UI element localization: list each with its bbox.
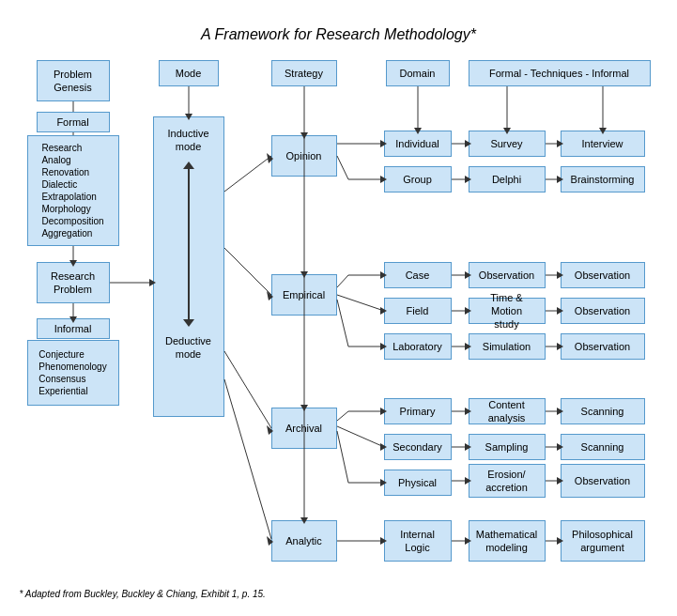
svg-line-44 — [337, 431, 348, 483]
footnote: * Adapted from Buckley, Buckley & Chiang… — [20, 589, 658, 599]
svg-line-20 — [224, 248, 271, 295]
case-box: Case — [384, 262, 452, 288]
internal-logic-box: Internal Logic — [384, 520, 452, 562]
problem-genesis-box: Problem Genesis — [37, 60, 110, 101]
analytic-box: Analytic — [271, 520, 337, 562]
scanning1-box: Scanning — [561, 398, 645, 424]
laboratory-box: Laboratory — [384, 333, 452, 360]
strategy-box: Strategy — [271, 60, 337, 86]
page-title: A Framework for Research Methodology* — [20, 26, 658, 43]
mode-box: Mode — [159, 60, 219, 86]
empirical-box: Empirical — [271, 274, 337, 316]
research-problem-box: Research Problem — [37, 262, 110, 303]
svg-line-36 — [337, 300, 348, 346]
diagram-wrapper: A Framework for Research Methodology* Pr… — [10, 8, 668, 608]
delphi-box: Delphi — [469, 166, 546, 192]
brainstorming-box: Brainstorming — [561, 166, 645, 192]
sampling-box: Sampling — [469, 434, 546, 460]
techniques-header-box: Formal - Techniques - Informal — [469, 60, 651, 86]
observation-case-box: Observation — [469, 262, 546, 288]
secondary-box: Secondary — [384, 434, 452, 460]
simulation-box: Simulation — [469, 333, 546, 360]
primary-box: Primary — [384, 398, 452, 424]
inductive-mode-box: Inductive mode Deductive mode — [153, 116, 224, 417]
diagram: Problem Genesis Mode Strategy Domain For… — [20, 60, 658, 581]
opinion-box: Opinion — [271, 135, 337, 177]
informal-box: Informal — [37, 318, 110, 339]
interview-box: Interview — [561, 131, 645, 157]
informal-items-box: Conjecture Phenomenology Consensus Exper… — [27, 340, 119, 406]
time-motion-box: Time & Motion study — [469, 298, 546, 324]
obs2-box: Observation — [561, 298, 645, 324]
group-box: Group — [384, 166, 452, 192]
formal-items-box: Research Analog Renovation Dialectic Ext… — [27, 135, 119, 246]
svg-line-39 — [337, 411, 348, 421]
svg-line-24 — [224, 379, 271, 539]
physical-box: Physical — [384, 470, 452, 496]
field-box: Field — [384, 298, 452, 324]
content-analysis-box: Content analysis — [469, 398, 546, 424]
svg-line-18 — [224, 156, 271, 192]
scanning2-box: Scanning — [561, 434, 645, 460]
archival-box: Archival — [271, 408, 337, 449]
survey-box: Survey — [469, 131, 546, 157]
obs3-box: Observation — [561, 333, 645, 360]
svg-line-31 — [337, 275, 348, 287]
svg-line-22 — [224, 351, 271, 428]
individual-box: Individual — [384, 131, 452, 157]
svg-line-34 — [337, 295, 384, 311]
formal-box: Formal — [37, 112, 110, 132]
domain-box: Domain — [386, 60, 450, 86]
svg-line-28 — [337, 156, 348, 179]
erosion-box: Erosion/ accretion — [469, 464, 546, 498]
philosophical-box: Philosophical argument — [561, 520, 645, 562]
obs4-box: Observation — [561, 464, 645, 498]
svg-line-42 — [337, 426, 384, 447]
mathematical-box: Mathematical modeling — [469, 520, 546, 562]
obs1-box: Observation — [561, 262, 645, 288]
